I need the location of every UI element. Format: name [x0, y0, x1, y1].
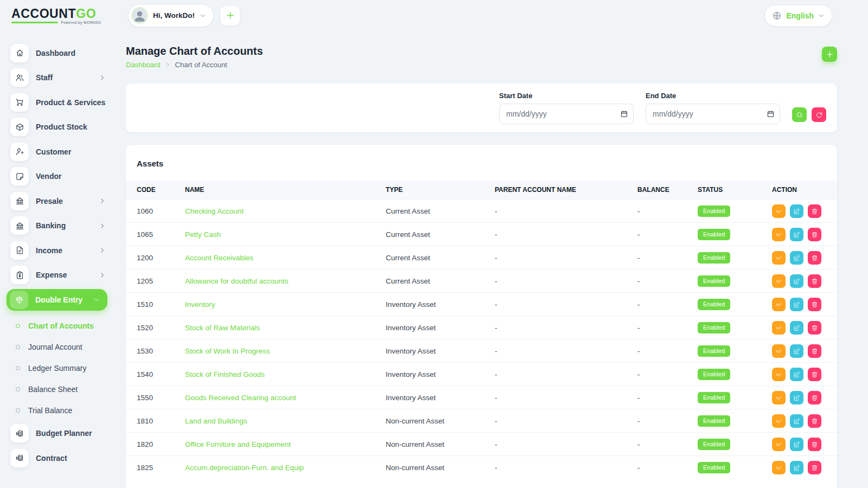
delete-button[interactable]	[808, 414, 821, 428]
activity-button[interactable]	[772, 298, 786, 311]
sidebar-subitem-label: Trial Balance	[28, 406, 72, 415]
coins-icon	[15, 453, 24, 463]
edit-button[interactable]	[790, 321, 803, 335]
account-name-link[interactable]: Stock of Finished Goods	[185, 370, 265, 378]
breadcrumb-dashboard-link[interactable]: Dashboard	[126, 61, 161, 69]
activity-button[interactable]	[772, 391, 786, 404]
start-date-input[interactable]	[499, 104, 634, 124]
sidebar-item-presale[interactable]: Presale	[0, 189, 115, 214]
delete-button[interactable]	[808, 391, 821, 404]
greeting-text: Hi, WorkDo!	[153, 11, 195, 20]
sidebar-subitem-balance-sheet[interactable]: Balance Sheet	[0, 379, 115, 400]
profile-menu[interactable]: Hi, WorkDo!	[129, 5, 213, 27]
icon-box	[10, 449, 29, 467]
activity-button[interactable]	[772, 251, 786, 265]
language-selector[interactable]: English	[765, 5, 832, 26]
status-badge: Enabled	[698, 415, 730, 427]
row-actions	[772, 274, 837, 288]
sidebar-subitem-ledger-summary[interactable]: Ledger Summary	[0, 358, 115, 379]
delete-button[interactable]	[808, 368, 821, 381]
edit-button[interactable]	[790, 204, 803, 218]
parent-account-name: -	[495, 293, 637, 316]
activity-button[interactable]	[772, 461, 786, 474]
sidebar-item-banking[interactable]: Banking	[0, 214, 115, 239]
sidebar-item-income[interactable]: Income	[0, 238, 115, 263]
edit-button[interactable]	[790, 298, 803, 311]
activity-button[interactable]	[772, 438, 786, 451]
sidebar-item-budget-planner[interactable]: Budget Planner	[0, 421, 115, 446]
sidebar-item-staff[interactable]: Staff	[0, 66, 115, 91]
delete-button[interactable]	[808, 228, 821, 241]
delete-button[interactable]	[808, 321, 821, 335]
activity-button[interactable]	[772, 274, 786, 288]
edit-button[interactable]	[790, 274, 803, 288]
parent-account-name: -	[495, 200, 637, 223]
edit-button[interactable]	[790, 438, 803, 451]
create-account-button[interactable]	[822, 47, 837, 62]
trash-icon	[811, 371, 818, 378]
sidebar-subitem-label: Journal Account	[28, 343, 82, 351]
edit-button[interactable]	[790, 344, 803, 358]
sidebar-subitem-chart-of-accounts[interactable]: Chart of Accounts	[0, 316, 115, 337]
breadcrumb-current: Chart of Account	[175, 61, 227, 69]
plus-icon	[225, 10, 235, 21]
delete-button[interactable]	[808, 438, 821, 451]
delete-button[interactable]	[808, 251, 821, 265]
wave-icon	[775, 324, 782, 331]
edit-button[interactable]	[790, 391, 803, 404]
edit-button[interactable]	[790, 251, 803, 265]
trash-icon	[811, 324, 818, 331]
account-name-link[interactable]: Stock of Raw Materials	[185, 324, 260, 332]
account-name-link[interactable]: Goods Received Clearing account	[185, 394, 296, 402]
delete-button[interactable]	[808, 298, 821, 311]
start-date-wrap	[499, 104, 634, 124]
end-date-input[interactable]	[646, 104, 780, 124]
sidebar-item-expense[interactable]: Expense	[0, 263, 115, 288]
status-badge: Enabled	[698, 369, 730, 380]
sidebar-subitem-trial-balance[interactable]: Trial Balance	[0, 400, 115, 421]
sidebar-item-customer[interactable]: Customer	[0, 139, 115, 164]
account-name-link[interactable]: Petty Cash	[185, 230, 221, 239]
delete-button[interactable]	[808, 461, 821, 474]
delete-button[interactable]	[808, 274, 821, 288]
sidebar-item-vendor[interactable]: Vendor	[0, 164, 115, 189]
account-name-link[interactable]: Land and Buildings	[185, 417, 247, 425]
account-name-link[interactable]: Accum.depreciation-Furn. and Equip	[185, 464, 304, 472]
sidebar-item-dashboard[interactable]: Dashboard	[0, 41, 115, 66]
activity-button[interactable]	[772, 321, 786, 335]
brand-logo[interactable]: ACCOUNTGO Powered by WORKDO	[0, 7, 115, 24]
cube-icon	[15, 123, 24, 132]
account-name-link[interactable]: Inventory	[185, 300, 215, 309]
search-button[interactable]	[792, 107, 807, 122]
page-title-block: Manage Chart of Accounts Dashboard Chart…	[126, 44, 263, 69]
edit-button[interactable]	[790, 368, 803, 381]
sidebar-subitem-journal-account[interactable]: Journal Account	[0, 337, 115, 358]
parent-account-name: -	[495, 223, 637, 246]
sidebar-item-double-entry[interactable]: Double Entry	[7, 289, 107, 311]
reset-button[interactable]	[812, 107, 826, 122]
delete-button[interactable]	[808, 204, 821, 218]
account-name-link[interactable]: Allowance for doubtful accounts	[185, 277, 289, 285]
wave-icon	[775, 371, 782, 378]
activity-button[interactable]	[772, 414, 786, 428]
brand-tagline: Powered by WORKDO	[61, 21, 101, 24]
edit-button[interactable]	[790, 461, 803, 474]
edit-button[interactable]	[790, 414, 803, 428]
sidebar-item-contract[interactable]: Contract	[0, 446, 115, 471]
column-header-action: ACTION	[772, 181, 837, 200]
trash-icon	[811, 348, 818, 355]
delete-button[interactable]	[808, 344, 821, 358]
edit-button[interactable]	[790, 228, 803, 241]
activity-button[interactable]	[772, 344, 786, 358]
activity-button[interactable]	[772, 228, 786, 241]
sidebar-item-product-services[interactable]: Product & Services	[0, 90, 115, 115]
header-add-button[interactable]	[220, 6, 240, 25]
sidebar-item-product-stock[interactable]: Product Stock	[0, 115, 115, 140]
activity-button[interactable]	[772, 204, 786, 218]
account-name-link[interactable]: Stock of Work In Progress	[185, 347, 270, 355]
account-name-link[interactable]: Checking Account	[185, 207, 244, 215]
account-name-link[interactable]: Account Receivables	[185, 254, 253, 262]
account-name-link[interactable]: Office Furniture and Equipement	[185, 440, 291, 448]
assets-card: Assets CODENAMETYPEPARENT ACCOUNT NAMEBA…	[126, 145, 837, 488]
activity-button[interactable]	[772, 368, 786, 381]
